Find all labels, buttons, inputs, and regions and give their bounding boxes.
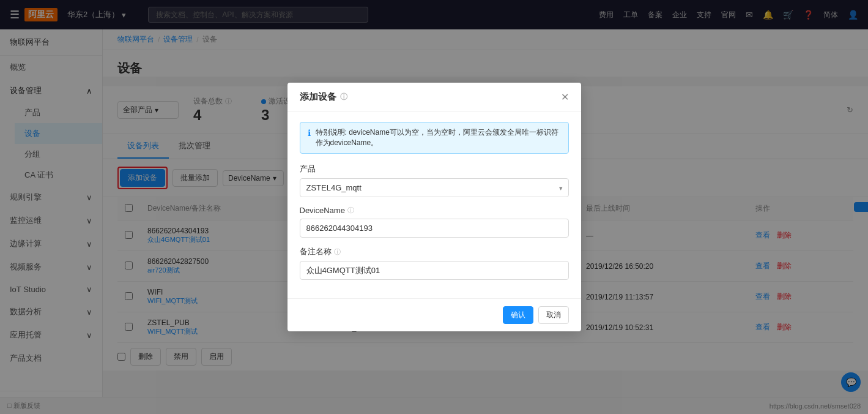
product-label-text: 产品 — [300, 164, 316, 175]
remark-info-icon: ⓘ — [334, 247, 341, 257]
product-select[interactable]: ZSTEL4G_mqtt AIR720H ZS_WIFI ZSTEL_WIFI — [300, 178, 569, 197]
devicename-label-text: DeviceName — [300, 206, 345, 215]
modal-close-button[interactable]: ✕ — [561, 91, 569, 103]
form-label-remark: 备注名称 ⓘ — [300, 246, 569, 257]
modal-body: ℹ 特别说明: deviceName可以为空，当为空时，阿里云会颁发全局唯一标识… — [287, 112, 581, 298]
add-device-modal: 添加设备 ⓘ ✕ ℹ 特别说明: deviceName可以为空，当为空时，阿里云… — [287, 83, 581, 331]
modal-footer: 确认 取消 — [287, 298, 581, 331]
modal-header: 添加设备 ⓘ ✕ — [287, 83, 581, 112]
form-group-remark: 备注名称 ⓘ — [300, 246, 569, 280]
product-select-wrapper: ZSTEL4G_mqtt AIR720H ZS_WIFI ZSTEL_WIFI … — [300, 178, 569, 197]
modal-title: 添加设备 ⓘ — [300, 91, 347, 103]
modal-overlay[interactable]: 添加设备 ⓘ ✕ ℹ 特别说明: deviceName可以为空，当为空时，阿里云… — [0, 0, 868, 414]
remark-input[interactable] — [300, 261, 569, 280]
devicename-input[interactable] — [300, 219, 569, 238]
modal-title-text: 添加设备 — [300, 91, 336, 103]
modal-title-info-icon: ⓘ — [340, 92, 347, 102]
modal-confirm-button[interactable]: 确认 — [503, 306, 533, 324]
remark-label-text: 备注名称 — [300, 246, 332, 257]
modal-notice-text: 特别说明: deviceName可以为空，当为空时，阿里云会颁发全局唯一标识符作… — [316, 127, 561, 148]
modal-cancel-button[interactable]: 取消 — [538, 306, 569, 324]
modal-notice: ℹ 特别说明: deviceName可以为空，当为空时，阿里云会颁发全局唯一标识… — [300, 122, 569, 154]
form-label-devicename: DeviceName ⓘ — [300, 206, 569, 215]
devicename-info-icon: ⓘ — [347, 206, 354, 215]
notice-info-icon: ℹ — [308, 128, 311, 148]
form-label-product: 产品 — [300, 164, 569, 175]
form-group-devicename: DeviceName ⓘ — [300, 206, 569, 238]
form-group-product: 产品 ZSTEL4G_mqtt AIR720H ZS_WIFI ZSTEL_WI… — [300, 164, 569, 197]
